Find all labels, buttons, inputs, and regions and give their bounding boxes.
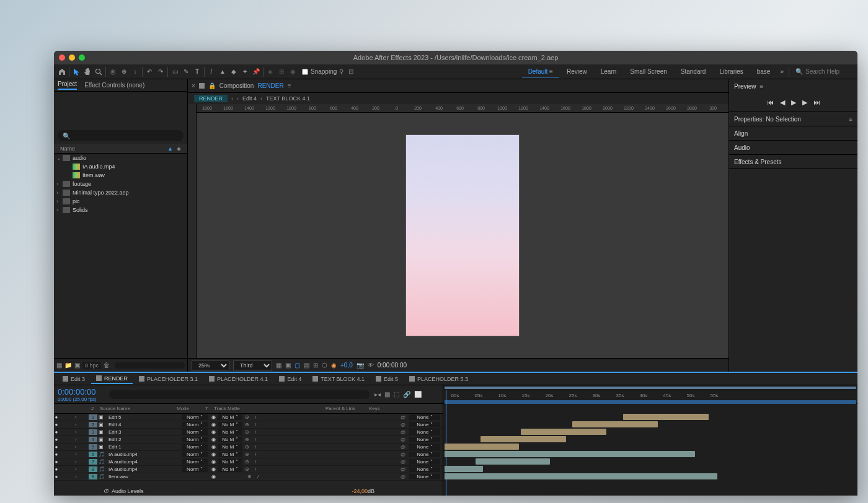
motion-blur-icon[interactable]: ⬜ (414, 391, 422, 398)
composition-canvas[interactable] (197, 113, 728, 358)
blend-mode-select[interactable]: Norm ˅ (182, 422, 208, 427)
layer-name[interactable]: Edit 1 (106, 444, 180, 450)
track-matte-toggle[interactable]: ◉ (209, 459, 218, 465)
search-help-input[interactable] (805, 68, 855, 75)
switch-icon[interactable]: / (251, 414, 260, 420)
preserve-transparency-icon[interactable]: ⊕ (242, 466, 251, 472)
timeline-tab[interactable]: PLACEHOLDER 4.1 (204, 375, 273, 383)
preserve-transparency-icon[interactable]: ⊕ (245, 474, 254, 479)
orbit-tool-icon[interactable]: ◎ (107, 66, 118, 77)
preserve-transparency-icon[interactable]: ⊕ (242, 459, 251, 465)
parent-select[interactable]: None ˅ (409, 414, 440, 420)
timeline-tab[interactable]: PLACEHOLDER 5.3 (404, 375, 473, 383)
lock-icon[interactable]: 🔒 (208, 82, 216, 89)
breadcrumb-item[interactable]: TEXT BLOCK 4.1 (266, 95, 310, 102)
align-panel-header[interactable]: Align (729, 126, 857, 140)
undo-icon[interactable]: ↶ (144, 66, 155, 77)
channel-icon[interactable]: ⬡ (322, 362, 327, 369)
exposure-value[interactable]: +0,0 (340, 362, 353, 369)
timeline-tab[interactable]: TEXT BLOCK 4.1 (308, 375, 370, 383)
panel-menu-icon[interactable]: ≡ (760, 83, 764, 90)
visibility-toggle-icon[interactable]: ● (54, 429, 59, 435)
timeline-layer-row[interactable]: ●›2▣Edit 4Norm ˅◉No M ˅⊕/@None ˅ (54, 421, 443, 429)
pen-tool-icon[interactable]: ✎ (180, 66, 192, 77)
timeline-layer-row[interactable]: ●›5▣Edit 1Norm ˅◉No M ˅⊕/@None ˅ (54, 444, 443, 451)
puppet-tool-icon[interactable]: 📌 (250, 66, 262, 77)
audio-panel-header[interactable]: Audio (729, 141, 857, 154)
col-source[interactable]: Source Name (99, 406, 175, 411)
track-matte-select[interactable]: No M ˅ (218, 459, 242, 465)
visibility-toggle-icon[interactable]: ● (54, 422, 59, 427)
project-slider[interactable] (115, 362, 185, 369)
parent-select[interactable]: None ˅ (409, 474, 440, 479)
timeline-tracks-area[interactable]: 00s05s10s15s20s25s30s35s40s45s50s55s (443, 385, 857, 496)
composition-name[interactable]: RENDER (257, 82, 283, 89)
parent-pickwhip-icon[interactable]: @ (401, 452, 409, 457)
mask-icon[interactable]: ▣ (285, 362, 291, 369)
parent-select[interactable]: None ˅ (409, 459, 440, 465)
switch-icon[interactable]: / (251, 452, 260, 457)
col-t[interactable]: T (204, 406, 213, 411)
layer-name[interactable]: Item.wav (106, 474, 180, 479)
timeline-layer-row[interactable]: ●›9🎵Item.wav◉⊕/@None ˅ (54, 473, 443, 481)
trash-icon[interactable]: 🗑 (104, 362, 110, 369)
layer-name[interactable]: Edit 4 (106, 422, 180, 427)
panel-menu-icon[interactable]: ≡ (849, 116, 852, 123)
track-matte-select[interactable]: No M ˅ (218, 444, 242, 450)
new-comp-icon[interactable]: ▣ (74, 362, 80, 369)
layer-name[interactable]: Edit 2 (106, 437, 180, 442)
color-mgmt-icon[interactable]: ◉ (331, 362, 337, 369)
track-matte-toggle[interactable]: ◉ (209, 466, 218, 472)
region-icon[interactable]: ▢ (294, 362, 300, 369)
roto-brush-tool-icon[interactable]: ✦ (239, 66, 250, 77)
workspace-overflow-icon[interactable]: » (780, 68, 784, 75)
track-matte-select[interactable]: No M ˅ (218, 466, 242, 472)
workspace-tab-learn[interactable]: Learn (595, 66, 623, 77)
snapshot-icon[interactable]: 📷 (356, 362, 364, 369)
rectangle-tool-icon[interactable]: ▭ (169, 66, 180, 77)
grid-toggle-icon[interactable]: ⊞ (313, 362, 318, 369)
visibility-toggle-icon[interactable]: ● (54, 444, 59, 450)
timeline-tab[interactable]: Edit 4 (274, 375, 306, 383)
track-matte-toggle[interactable]: ◉ (209, 452, 218, 457)
switch-icon[interactable]: / (251, 422, 260, 427)
minimize-window-button[interactable] (69, 55, 75, 61)
eraser-tool-icon[interactable]: ◆ (228, 66, 239, 77)
project-item[interactable]: Item.wav (54, 171, 187, 180)
stopwatch-icon[interactable]: ⏱ (104, 488, 109, 494)
breadcrumb-item[interactable]: Edit 4 (242, 95, 257, 102)
redo-icon[interactable]: ↷ (155, 66, 166, 77)
parent-pickwhip-icon[interactable]: @ (401, 474, 409, 479)
workspace-tab-base[interactable]: base (751, 66, 777, 77)
blend-mode-select[interactable]: Norm ˅ (182, 414, 208, 420)
workspace-tab-standard[interactable]: Standard (675, 66, 712, 77)
parent-select[interactable]: None ˅ (409, 452, 440, 457)
shy-icon[interactable]: ⬚ (394, 391, 399, 398)
project-item[interactable]: IA audio.mp4 (54, 162, 187, 171)
project-item[interactable]: ⌄audio (54, 154, 187, 162)
selection-tool-icon[interactable] (71, 66, 82, 77)
snapping-options-icon[interactable]: ⚲ (339, 68, 343, 75)
parent-select[interactable]: None ˅ (409, 422, 440, 427)
composition-preview[interactable] (406, 135, 519, 336)
track-matte-toggle[interactable]: ◉ (209, 422, 218, 427)
preview-timecode[interactable]: 0:00:00:00 (378, 362, 407, 369)
parent-select[interactable]: None ˅ (409, 429, 440, 435)
layer-bar[interactable] (521, 429, 606, 435)
tab-menu-icon[interactable]: ≡ (288, 82, 291, 89)
parent-pickwhip-icon[interactable]: @ (401, 422, 409, 427)
track-matte-toggle[interactable]: ◉ (209, 414, 218, 420)
layer-name[interactable]: IA audio.mp4 (106, 459, 180, 465)
track-matte-select[interactable]: No M ˅ (218, 422, 242, 427)
project-item[interactable]: ›pic (54, 197, 187, 206)
parent-pickwhip-icon[interactable]: @ (401, 444, 409, 450)
track-matte-toggle[interactable]: ◉ (209, 444, 218, 450)
parent-pickwhip-icon[interactable]: @ (401, 459, 409, 465)
comp-flowchart-icon[interactable]: ▸◂ (374, 391, 381, 398)
type-tool-icon[interactable]: T (192, 66, 203, 77)
blend-mode-select[interactable]: Norm ˅ (182, 466, 208, 472)
interpret-footage-icon[interactable]: ▦ (56, 362, 62, 369)
resolution-select[interactable]: Third (233, 361, 272, 370)
parent-pickwhip-icon[interactable]: @ (401, 437, 409, 442)
track-matte-toggle[interactable]: ◉ (209, 437, 218, 442)
